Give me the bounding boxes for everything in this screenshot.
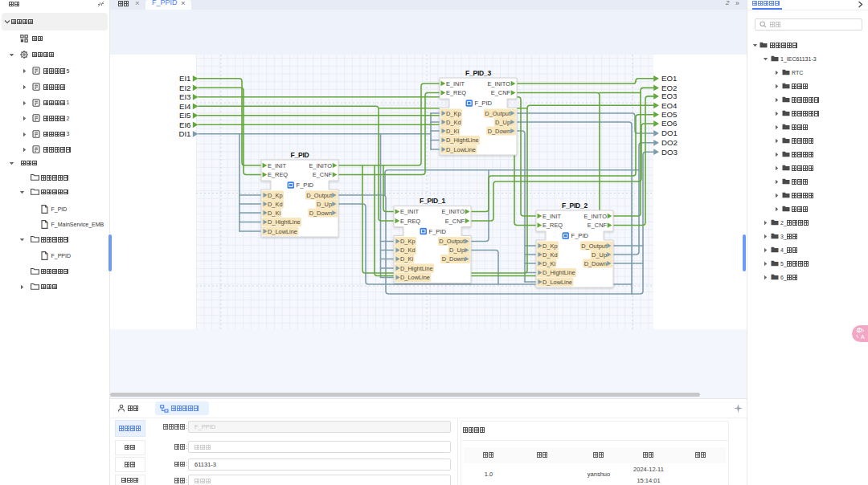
svg-text:EO5: EO5 (661, 110, 677, 119)
svg-text:E_INITO: E_INITO (487, 80, 510, 88)
svg-text:D_Up: D_Up (495, 119, 510, 126)
svg-text:A: A (861, 334, 865, 340)
svg-text:D_Kp: D_Kp (400, 238, 416, 245)
svg-text:E_REQ: E_REQ (446, 89, 466, 96)
svg-text:DI1: DI1 (178, 129, 190, 138)
svg-text:EO2: EO2 (661, 84, 677, 92)
svg-text:EO1: EO1 (661, 74, 677, 83)
svg-text:EI5: EI5 (179, 111, 191, 120)
svg-text:D_Output: D_Output (306, 192, 332, 199)
svg-text:D_HightLine: D_HightLine (446, 137, 479, 144)
svg-text:D_Kp: D_Kp (542, 243, 558, 250)
svg-text:D_LowLine: D_LowLine (446, 146, 476, 153)
svg-text:E_INITO: E_INITO (441, 208, 465, 215)
svg-text:EI1: EI1 (179, 74, 191, 83)
svg-text:E_REQ: E_REQ (400, 218, 420, 225)
svg-text:DO1: DO1 (661, 128, 678, 137)
svg-text:D_Ki: D_Ki (400, 255, 413, 263)
svg-text:D_Output: D_Output (439, 238, 465, 245)
svg-text:E_CNF: E_CNF (313, 171, 333, 178)
svg-text:F_PID: F_PID (291, 151, 309, 159)
svg-text:EO6: EO6 (661, 119, 677, 128)
svg-text:E_INIT: E_INIT (400, 208, 419, 215)
svg-text:D_Output: D_Output (485, 110, 510, 117)
svg-text:F_PID: F_PID (475, 100, 493, 107)
svg-text:EI3: EI3 (179, 92, 191, 101)
svg-text:D_Kd: D_Kd (268, 201, 283, 208)
svg-text:D_Ki: D_Ki (446, 128, 459, 135)
svg-text:D_Ki: D_Ki (268, 210, 280, 217)
svg-text:F_PID_2: F_PID_2 (562, 202, 588, 210)
svg-text:D_Kd: D_Kd (446, 119, 461, 126)
svg-text:E_INITO: E_INITO (583, 213, 607, 220)
svg-text:F_PID: F_PID (571, 232, 589, 239)
svg-text:D_Down: D_Down (488, 128, 510, 135)
svg-text:E_INIT: E_INIT (268, 162, 286, 169)
svg-text:EI4: EI4 (179, 102, 191, 111)
svg-text:E_CNF: E_CNF (491, 89, 511, 96)
svg-text:DO2: DO2 (661, 138, 678, 147)
svg-text:DO3: DO3 (661, 148, 678, 157)
svg-text:D_Kd: D_Kd (542, 251, 558, 259)
svg-text:D_Down: D_Down (442, 255, 465, 263)
svg-text:E_INIT: E_INIT (446, 80, 465, 88)
svg-text:D_Output: D_Output (581, 243, 607, 250)
svg-text:F_PID_3: F_PID_3 (465, 69, 491, 77)
svg-text:EI6: EI6 (179, 120, 191, 129)
svg-text:F_PID_1: F_PID_1 (420, 197, 445, 205)
svg-text:D_LowLine: D_LowLine (268, 228, 297, 235)
svg-text:D_Down: D_Down (309, 210, 332, 217)
svg-text:D_HightLine: D_HightLine (542, 269, 575, 276)
svg-text:D_Up: D_Up (317, 201, 332, 208)
svg-text:D_LowLine: D_LowLine (400, 274, 430, 281)
svg-text:F_PID: F_PID (429, 228, 447, 235)
svg-text:D_LowLine: D_LowLine (542, 279, 572, 286)
svg-text:D_Up: D_Up (449, 247, 465, 254)
svg-text:D_Kp: D_Kp (268, 192, 283, 199)
svg-text:EI2: EI2 (179, 84, 191, 92)
svg-text:EO4: EO4 (661, 101, 678, 110)
svg-text:E_INITO: E_INITO (309, 162, 332, 169)
svg-text:D_Kd: D_Kd (400, 247, 416, 254)
svg-text:E_INIT: E_INIT (542, 213, 561, 220)
svg-text:D_Ki: D_Ki (542, 260, 555, 267)
svg-text:D_Up: D_Up (592, 251, 607, 259)
svg-text:EO3: EO3 (661, 92, 677, 100)
svg-text:E_CNF: E_CNF (588, 222, 608, 229)
svg-text:E_REQ: E_REQ (542, 222, 563, 229)
svg-text:D_Kp: D_Kp (446, 110, 461, 117)
svg-text:E_CNF: E_CNF (445, 218, 465, 225)
svg-text:D_HightLine: D_HightLine (268, 218, 301, 226)
svg-text:D_Down: D_Down (584, 260, 607, 267)
svg-text:D_HightLine: D_HightLine (400, 265, 433, 272)
svg-text:F_PID: F_PID (297, 181, 314, 189)
svg-text:E_REQ: E_REQ (268, 171, 288, 178)
